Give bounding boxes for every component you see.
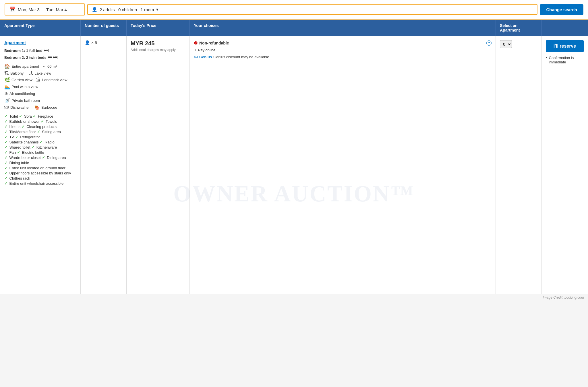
header-guests: Number of guests [81, 20, 127, 36]
person-icon: 👤 [85, 40, 90, 45]
check-item: ✓ Wardrobe or closet ✓ Dining area [4, 155, 76, 160]
calendar-icon: 📅 [9, 6, 16, 13]
amenity-balcony: 🏗 Balcony 🏞 Lake view [4, 71, 76, 76]
image-credit: Image Credit: booking.com [0, 294, 588, 301]
chevron-down-icon: ▾ [156, 7, 158, 12]
price-note: Additional charges may apply [131, 48, 185, 52]
home-icon: 🏠 [4, 64, 10, 69]
garden-icon: 🌿 [4, 77, 10, 83]
check-item: ✓ Satellite channels ✓ Radio [4, 140, 76, 144]
bedroom2-info: Bedroom 2: 2 twin beds 🛏🛏 [4, 54, 76, 60]
pool-icon: 🏊 [4, 84, 10, 90]
pay-online-row: Pay online [194, 48, 492, 52]
bed-icon-2: 🛏🛏 [47, 54, 58, 60]
check-item: ✓ Shared toilet ✓ Kitchenware [4, 145, 76, 149]
cancel-icon: ⊗ [194, 40, 198, 46]
dishwasher-icon: 🍽 [4, 105, 9, 110]
non-refundable-row: ⊗ Non-refundable ? [194, 40, 492, 46]
person-icon: 👤 [92, 7, 97, 12]
header-apt-type: Apartment Type [0, 20, 81, 36]
date-range-text: Mon, Mar 3 — Tue, Mar 4 [18, 7, 67, 12]
table-body: Apartment Bedroom 1: 1 full bed 🛏 Bedroo… [0, 36, 588, 294]
tag-icon: 🏷 [194, 55, 198, 59]
amenity-garden: 🌿 Garden view 🏛 Landmark view [4, 77, 76, 83]
table-header: Apartment Type Number of guests Today's … [0, 20, 588, 36]
guests-count: × 6 [91, 40, 97, 45]
bbq-icon: 🍖 [34, 105, 40, 110]
select-cell: 0 1 2 3 [496, 36, 542, 294]
checklist: ✓ Toilet ✓ Sofa ✓ Fireplace ✓ Bathtub or… [4, 114, 76, 186]
landmark-icon: 🏛 [36, 77, 41, 83]
amenity-entire-apt: 🏠 Entire apartment ↔ 60 m² [4, 64, 76, 69]
balcony-icon: 🏗 [4, 71, 9, 76]
check-item: ✓ Entire unit located on ground floor [4, 166, 76, 170]
quantity-select[interactable]: 0 1 2 3 [500, 40, 512, 48]
choices-cell: ⊗ Non-refundable ? Pay online 🏷 Genius G… [190, 36, 496, 294]
bedroom1-info: Bedroom 1: 1 full bed 🛏 [4, 47, 76, 53]
amenity-aircon: ❄ Air conditioning [4, 91, 76, 96]
bathroom-icon: 🚿 [4, 98, 10, 103]
header-action [542, 20, 588, 36]
search-bar: 📅 Mon, Mar 3 — Tue, Mar 4 👤 2 adults · 0… [0, 0, 588, 20]
header-select: Select an Apartment [496, 20, 542, 36]
availability-table: Apartment Type Number of guests Today's … [0, 20, 588, 294]
guests-cell: 👤 × 6 [81, 36, 127, 294]
check-item: ✓ TV ✓ Refrigerator [4, 135, 76, 139]
genius-label: Genius [199, 55, 212, 59]
check-item: ✓ Bathtub or shower ✓ Towels [4, 119, 76, 124]
confirmation-text: Confirmation is immediate [549, 56, 584, 64]
reserve-cell: I'll reserve Confirmation is immediate [542, 36, 588, 294]
apt-type-cell: Apartment Bedroom 1: 1 full bed 🛏 Bedroo… [0, 36, 81, 294]
price-amount: MYR 245 [131, 40, 185, 47]
help-icon[interactable]: ? [486, 40, 492, 46]
check-item: ✓ Entire unit wheelchair accessible [4, 181, 76, 186]
check-item: ✓ Upper floors accessible by stairs only [4, 171, 76, 175]
reserve-button[interactable]: I'll reserve [546, 40, 584, 52]
check-item: ✓ Tile/Marble floor ✓ Sitting area [4, 130, 76, 134]
apartment-link[interactable]: Apartment [4, 40, 76, 45]
amenity-dishwasher-bbq: 🍽 Dishwasher 🍖 Barbecue [4, 105, 76, 110]
check-item: ✓ Clothes rack [4, 176, 76, 180]
check-item: ✓ Fan ✓ Electric kettle [4, 150, 76, 155]
header-choices: Your choices [190, 20, 496, 36]
lake-view-icon: 🏞 [28, 71, 33, 76]
guests-selector[interactable]: 👤 2 adults · 0 children · 1 room ▾ [87, 4, 537, 15]
header-price: Today's Price [127, 20, 190, 36]
amenity-bathroom: 🚿 Private bathroom [4, 98, 76, 103]
aircon-icon: ❄ [4, 91, 8, 96]
check-item: ✓ Dining table [4, 161, 76, 165]
genius-text: Genius discount may be available [213, 55, 269, 59]
genius-row: 🏷 Genius Genius discount may be availabl… [194, 55, 492, 59]
amenity-pool: 🏊 Pool with a view [4, 84, 76, 90]
date-picker[interactable]: 📅 Mon, Mar 3 — Tue, Mar 4 [5, 3, 85, 15]
amenities-list: 🏠 Entire apartment ↔ 60 m² 🏗 Balcony 🏞 L… [4, 64, 76, 110]
check-item: ✓ Toilet ✓ Sofa ✓ Fireplace [4, 114, 76, 118]
price-cell: MYR 245 Additional charges may apply [127, 36, 190, 294]
guests-text: 2 adults · 0 children · 1 room [100, 7, 154, 12]
pay-online-text: Pay online [198, 48, 216, 52]
confirmation-note: Confirmation is immediate [546, 56, 584, 64]
check-item: ✓ Linens ✓ Cleaning products [4, 125, 76, 129]
change-search-button[interactable]: Change search [540, 4, 583, 15]
bed-icon-1: 🛏 [44, 47, 49, 53]
non-refundable-label: Non-refundable [199, 41, 229, 45]
